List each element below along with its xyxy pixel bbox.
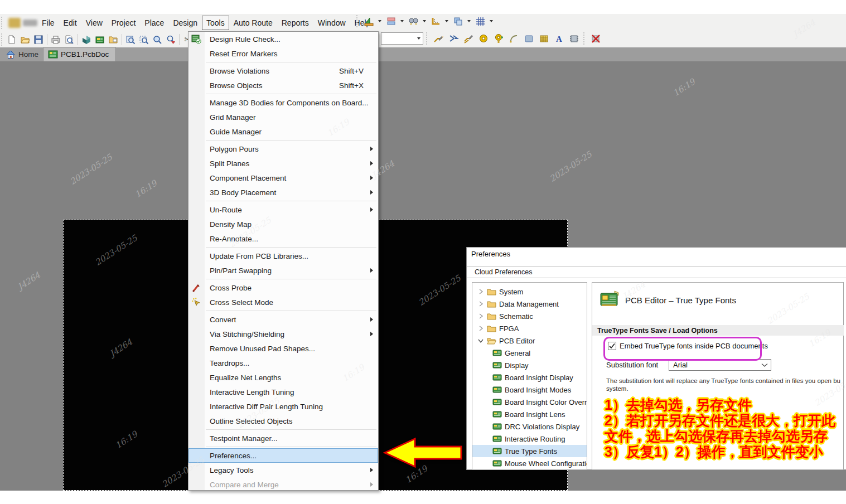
tree-item-board-insight-display[interactable]: Board Insight Display: [472, 371, 587, 384]
zoom-filter-icon[interactable]: [164, 33, 177, 46]
tree-item-mouse-wheel-configuration[interactable]: Mouse Wheel Configuration: [472, 457, 587, 469]
violations-icon[interactable]: [589, 32, 602, 45]
grid-dropdown-caret[interactable]: [490, 20, 493, 22]
multi-routing-icon[interactable]: [462, 32, 475, 45]
tree-item-display[interactable]: Display: [472, 359, 587, 371]
menu-item-grid-manager[interactable]: Grid Manager: [188, 110, 378, 124]
tree-item-system[interactable]: System: [472, 285, 587, 298]
place-pad-icon[interactable]: [477, 32, 490, 45]
find-dropdown-caret[interactable]: [423, 20, 426, 22]
plane-dropdown-caret[interactable]: [400, 20, 404, 22]
dimension-tool-icon[interactable]: [429, 15, 442, 27]
menu-item-browse-violations[interactable]: Browse ViolationsShift+V: [188, 64, 378, 78]
print-icon[interactable]: [49, 33, 62, 46]
menu-file[interactable]: File: [37, 16, 59, 30]
menu-item-outline-selected-objects[interactable]: Outline Selected Objects: [188, 414, 378, 428]
menu-item-cross-select-mode[interactable]: Cross Select Mode: [188, 295, 378, 309]
place-via-icon[interactable]: [492, 32, 505, 45]
menu-item-3d-body-placement[interactable]: 3D Body Placement: [188, 185, 378, 200]
library-icon[interactable]: [107, 33, 120, 46]
menu-item-re-annotate[interactable]: Re-Annotate...: [188, 231, 378, 246]
measure-tool-icon[interactable]: [362, 15, 375, 27]
tab-pcb1-pcbdoc[interactable]: PCB1.PcbDoc: [43, 47, 116, 61]
place-arc-icon[interactable]: [507, 32, 520, 45]
cloud-preferences-bar[interactable]: Cloud Preferences: [467, 266, 846, 278]
tree-item-board-insight-modes[interactable]: Board Insight Modes: [472, 384, 587, 396]
tree-item-interactive-routing[interactable]: Interactive Routing: [472, 433, 587, 445]
new-document-icon[interactable]: [5, 33, 18, 46]
substitution-font-select[interactable]: Arial: [669, 359, 771, 371]
menu-item-design-rule-check[interactable]: Design Rule Check...: [188, 32, 378, 46]
menu-item-interactive-length-tuning[interactable]: Interactive Length Tuning: [188, 385, 378, 399]
menu-tools[interactable]: Tools: [202, 16, 229, 30]
menu-item-remove-unused-pad-shapes[interactable]: Remove Unused Pad Shapes...: [188, 341, 378, 356]
tree-item-general[interactable]: General: [472, 347, 587, 359]
place-fill-icon[interactable]: [522, 32, 535, 45]
collapsed-chevron-icon[interactable]: [477, 300, 485, 308]
menu-item-update-from-pcb-libraries[interactable]: Update From PCB Libraries...: [188, 249, 378, 263]
interactive-routing-icon[interactable]: [432, 32, 445, 45]
find-similar-icon[interactable]: [407, 15, 420, 27]
collapsed-chevron-icon[interactable]: [477, 312, 485, 320]
zoom-selected-icon[interactable]: [151, 33, 164, 46]
menu-item-testpoint-manager[interactable]: Testpoint Manager...: [188, 431, 378, 445]
menu-view[interactable]: View: [81, 16, 107, 30]
menu-item-split-planes[interactable]: Split Planes: [188, 156, 378, 171]
menu-item-un-route[interactable]: Un-Route: [188, 202, 378, 217]
measure-dropdown-caret[interactable]: [378, 20, 381, 22]
expanded-chevron-icon[interactable]: [477, 337, 485, 345]
tree-item-schematic[interactable]: Schematic: [472, 310, 587, 322]
menu-project[interactable]: Project: [107, 16, 141, 30]
collapsed-chevron-icon[interactable]: [477, 288, 485, 295]
menu-item-density-map[interactable]: Density Map: [188, 217, 378, 231]
tree-item-drc-violations-display[interactable]: DRC Violations Display: [472, 420, 587, 433]
menu-window[interactable]: Window: [313, 16, 350, 30]
menu-item-component-placement[interactable]: Component Placement: [188, 171, 378, 185]
save-icon[interactable]: [32, 33, 45, 46]
open-document-icon[interactable]: [18, 33, 32, 46]
union-tool-icon[interactable]: [451, 15, 465, 27]
plane-tool-icon[interactable]: [384, 15, 398, 27]
tree-item-board-insight-lens[interactable]: Board Insight Lens: [472, 408, 587, 420]
tree-item-data-management[interactable]: Data Management: [472, 298, 587, 310]
menu-item-equalize-net-lengths[interactable]: Equalize Net Lengths: [188, 370, 378, 385]
menu-item-cross-probe[interactable]: Cross Probe: [188, 280, 378, 295]
place-string-icon[interactable]: A: [552, 32, 565, 45]
place-component-icon[interactable]: [567, 32, 581, 45]
place-polygon-icon[interactable]: [537, 32, 550, 45]
menu-edit[interactable]: Edit: [59, 16, 81, 30]
menu-auto-route[interactable]: Auto Route: [229, 16, 277, 30]
menu-design[interactable]: Design: [168, 16, 202, 30]
menu-item-teardrops[interactable]: Teardrops...: [188, 356, 378, 370]
menu-item-reset-error-markers[interactable]: Reset Error Markers: [188, 46, 378, 61]
diff-pair-routing-icon[interactable]: [447, 32, 460, 45]
grid-tool-icon[interactable]: [473, 15, 487, 27]
menu-item-polygon-pours[interactable]: Polygon Pours: [188, 142, 378, 156]
menu-item-legacy-tools[interactable]: Legacy Tools: [188, 463, 378, 477]
tree-item-board-insight-color-overrides[interactable]: Board Insight Color Overrides: [472, 396, 587, 408]
menu-item-interactive-diff-pair-length-tuning[interactable]: Interactive Diff Pair Length Tuning: [188, 399, 378, 414]
zoom-document-icon[interactable]: [124, 33, 137, 46]
view-3d-icon[interactable]: [80, 33, 93, 46]
union-dropdown-caret[interactable]: [467, 20, 471, 22]
combobox-caret[interactable]: [417, 37, 420, 40]
menu-item-preferences[interactable]: Preferences...: [188, 448, 378, 463]
tree-item-fpga[interactable]: FPGA: [472, 322, 587, 335]
dimension-dropdown-caret[interactable]: [445, 20, 448, 22]
menu-item-browse-objects[interactable]: Browse ObjectsShift+X: [188, 78, 378, 93]
tree-item-true-type-fonts[interactable]: True Type Fonts: [472, 445, 587, 457]
menu-reports[interactable]: Reports: [277, 16, 313, 30]
menu-item-via-stitching[interactable]: Via Stitching/Shielding: [188, 327, 378, 341]
print-preview-icon[interactable]: [62, 33, 76, 46]
zoom-area-icon[interactable]: [137, 33, 151, 46]
net-filter-combobox[interactable]: [381, 32, 423, 45]
tab-home[interactable]: Home: [0, 50, 43, 61]
menu-place[interactable]: Place: [140, 16, 168, 30]
pcb-board-icon[interactable]: [93, 33, 107, 46]
menu-item-manage-3d-bodies[interactable]: Manage 3D Bodies for Components on Board…: [188, 95, 378, 110]
collapsed-chevron-icon[interactable]: [477, 324, 485, 332]
tree-item-pcb-editor[interactable]: PCB Editor: [472, 335, 587, 347]
menu-item-pin-part-swapping[interactable]: Pin/Part Swapping: [188, 263, 378, 278]
menu-item-convert[interactable]: Convert: [188, 312, 378, 327]
menu-item-guide-manager[interactable]: Guide Manager: [188, 124, 378, 139]
